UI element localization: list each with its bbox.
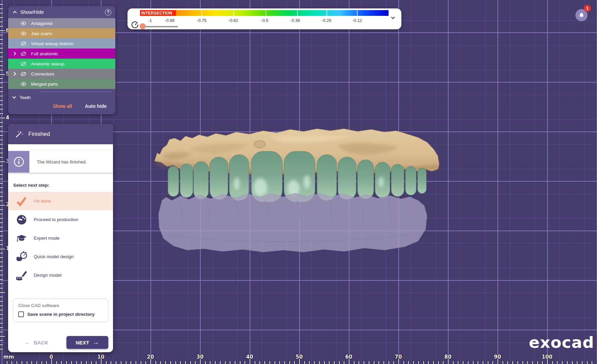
option-label: Expert mode [34,236,60,241]
bell-icon [578,12,585,19]
eye-hidden-icon[interactable] [20,61,27,67]
scan-marker-dome [254,141,265,148]
3d-model-viewport[interactable] [148,125,445,260]
collapse-chevron-icon[interactable] [13,11,17,14]
notification-badge: 1 [584,5,591,12]
legend-tick: -0.12 [352,18,362,23]
option-im-done[interactable]: I'm done [8,192,113,210]
wizard-title: Finished [28,131,50,138]
layer-row-merged-parts[interactable]: Merged parts [8,79,115,89]
legend-tick: -0.88 [165,18,175,23]
legend-tick: -0.75 [197,18,207,23]
wizard-message-banner: The Wizard has finished. [8,151,113,173]
close-cad-label: Close CAD software [18,303,104,308]
layer-row-jaw-scans[interactable]: Jaw scans [8,28,115,38]
gauge-icon [131,21,139,29]
info-icon [13,156,25,168]
production-icon [16,214,28,226]
pencil-model-icon [16,269,28,281]
legend-tick: -0.5 [261,18,268,23]
save-scene-label: Save scene in project directory [27,312,95,317]
legend-collapse-chevron-icon[interactable] [392,15,394,21]
exocad-logo: exocad [529,333,594,352]
eye-hidden-icon[interactable] [20,40,27,47]
intersection-title: INTERSECTION [140,10,176,16]
wizard-header: Finished [8,124,113,144]
option-design-model[interactable]: Design model [8,266,113,284]
stopwatch-model-icon [16,251,28,263]
wizard-message: The Wizard has finished. [29,151,113,173]
expand-chevron-icon[interactable] [12,72,16,75]
legend-tick: -0.38 [290,18,300,23]
layer-row-anatomic-waxup[interactable]: Anatomic waxup [8,59,115,69]
save-scene-checkbox-row[interactable]: Save scene in project directory [18,311,104,317]
jaw-antagonist-lower [159,193,427,252]
option-quick-model-design[interactable]: Quick model design [8,247,113,266]
threshold-slider-knob[interactable] [140,23,146,29]
back-button[interactable]: ← BACK [24,339,48,346]
option-expert-mode[interactable]: Expert mode [8,229,113,247]
layer-label: Full anatomic [31,51,58,56]
auto-hide-button[interactable]: Auto hide [85,103,107,109]
graduation-cap-icon [16,232,28,244]
show-all-button[interactable]: Show all [53,103,72,109]
eye-visible-icon[interactable] [20,20,27,27]
option-proceed-to-production[interactable]: Proceed to production [8,210,113,229]
back-arrow-icon: ← [24,339,31,346]
eye-hidden-icon[interactable] [20,71,27,77]
expand-chevron-icon[interactable] [12,52,16,55]
eye-hidden-icon[interactable] [20,51,27,57]
next-button[interactable]: NEXT → [66,336,108,349]
layer-row-antagonist[interactable]: Antagonist [8,18,115,28]
layer-label: Virtual waxup bottom [31,41,74,46]
legend-tick: -0.25 [322,18,332,23]
layer-label: Merged parts [31,82,58,87]
show-hide-title: Show/Hide [20,9,105,15]
close-cad-group: Close CAD software Save scene in project… [13,299,108,322]
teeth-section-header[interactable]: Teeth [8,93,115,102]
check-icon [16,195,28,207]
next-arrow-icon: → [93,339,99,346]
divider [40,92,111,92]
layer-label: Jaw scans [31,31,52,36]
save-scene-checkbox[interactable] [18,311,24,317]
wizard-panel: Finished The Wizard has finished. Select… [8,124,113,352]
layer-label: Antagonist [31,21,53,26]
option-label: I'm done [34,199,51,204]
help-icon[interactable]: ? [105,9,111,16]
eye-visible-icon[interactable] [20,81,27,87]
intersection-gradient: INTERSECTION [140,10,389,16]
layer-label: Anatomic waxup [31,61,64,66]
layer-row-connectors[interactable]: Connectors [8,69,115,79]
option-label: Design model [34,273,62,278]
option-label: Quick model design [34,254,74,259]
back-label: BACK [34,340,48,345]
eye-visible-icon[interactable] [20,30,27,37]
legend-tick: -0.62 [229,18,238,23]
next-label: NEXT [76,340,89,345]
layer-label: Connectors [31,71,54,77]
magic-wand-icon [15,130,24,139]
teeth-section-label: Teeth [20,95,31,100]
collapse-chevron-icon[interactable] [12,95,16,98]
layer-row-full-anatomic[interactable]: Full anatomic [8,49,115,59]
show-hide-header[interactable]: Show/Hide ? [8,6,115,18]
layer-row-virtual-waxup-bottom[interactable]: Virtual waxup bottom [8,38,115,49]
intersection-legend-panel: INTERSECTION -1 -0.88 -0.75 -0.62 -0.5 -… [127,8,401,29]
legend-tick: -1 [148,18,152,23]
select-next-step-label: Select next step: [13,183,113,188]
show-hide-panel: Show/Hide ? Antagonist Jaw scans Virtual… [8,6,115,114]
option-label: Proceed to production [34,217,78,222]
